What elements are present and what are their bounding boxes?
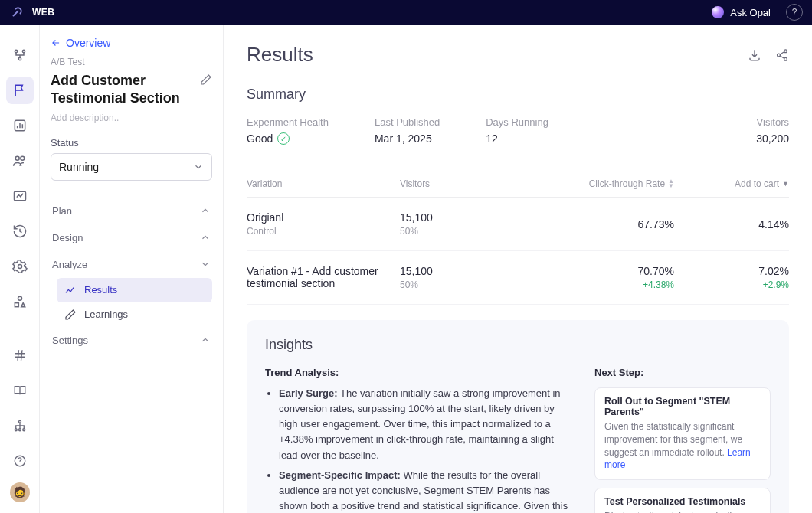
share-button[interactable]: [775, 48, 789, 62]
row-atc: 7.02%: [758, 265, 789, 277]
sidebar: Overview A/B Test Add Customer Testimoni…: [40, 25, 224, 513]
health-value: Good: [247, 132, 273, 145]
check-icon: ✓: [277, 132, 290, 145]
user-avatar[interactable]: 🧔: [10, 482, 30, 502]
results-icon: [64, 284, 77, 296]
section-settings[interactable]: Settings: [51, 327, 212, 354]
chevron-up-icon: [200, 205, 211, 216]
published-label: Last Published: [375, 116, 440, 128]
th-ctr[interactable]: Click-through Rate ▲▼: [522, 178, 697, 189]
table-row: Origianl Control 15,100 50% 67.73% 4.14%: [247, 198, 789, 251]
days-value: 12: [486, 132, 548, 145]
published-value: Mar 1, 2025: [375, 132, 440, 145]
rail-chart-icon[interactable]: [6, 112, 34, 139]
subnav-learnings[interactable]: Learnings: [57, 302, 212, 327]
section-plan[interactable]: Plan: [51, 198, 212, 224]
chevron-up-icon: [200, 232, 211, 243]
row-ctr: 70.70%: [638, 265, 674, 277]
rail-hash-icon[interactable]: [6, 341, 34, 369]
row-atc-delta: +2.9%: [763, 279, 789, 290]
description-placeholder[interactable]: Add description..: [51, 113, 212, 123]
section-design[interactable]: Design: [51, 224, 212, 251]
topbar-title: WEB: [32, 7, 55, 18]
trend-heading: Trend Analysis:: [265, 367, 571, 378]
next-step-heading: Next Step:: [594, 367, 771, 378]
results-table: Variation Visitors Click-through Rate ▲▼…: [247, 171, 789, 305]
visitors-label: Visitors: [756, 116, 789, 128]
row-visitors: 15,100: [400, 265, 522, 277]
svg-point-12: [18, 429, 21, 431]
insight-bullet: Segment-Specific Impact: While the resul…: [279, 468, 571, 513]
experiment-title: Add Customer Testimonial Section: [51, 72, 194, 108]
row-ctr-delta: +4.38%: [643, 279, 674, 290]
nav-rail: 🧔: [0, 25, 40, 513]
svg-point-4: [15, 156, 19, 160]
rail-shapes-icon[interactable]: [6, 288, 34, 315]
variation-sub: Control: [247, 226, 400, 237]
ask-opal-button[interactable]: Ask Opal: [712, 6, 771, 18]
status-value: Running: [59, 161, 99, 173]
health-label: Experiment Health: [247, 116, 329, 128]
th-variation: Variation: [247, 178, 400, 189]
table-row: Variation #1 - Add customer testimonial …: [247, 251, 789, 305]
summary-heading: Summary: [247, 87, 789, 103]
insight-bullet: Early Surge: The variation initially saw…: [279, 386, 571, 463]
main-content: Results Summary Experiment Health Good ✓: [224, 25, 812, 513]
insights-title: Insights: [265, 337, 771, 353]
row-split: 50%: [400, 279, 522, 290]
subnav-results[interactable]: Results: [57, 278, 212, 302]
variation-name: Variation #1 - Add customer testimonial …: [247, 265, 385, 289]
summary-row: Experiment Health Good ✓ Last Published …: [247, 116, 789, 145]
topbar: WEB Ask Opal ?: [0, 0, 812, 25]
status-select[interactable]: Running: [51, 153, 212, 181]
dropdown-icon: ▼: [782, 180, 789, 188]
row-atc: 4.14%: [758, 218, 789, 230]
svg-point-7: [18, 265, 21, 269]
visitors-value: 30,200: [756, 132, 789, 145]
svg-point-13: [22, 429, 25, 431]
help-button[interactable]: ?: [786, 4, 803, 21]
rail-monitor-icon[interactable]: [6, 182, 34, 210]
next-step-card[interactable]: Test Personalized Testimonials Display t…: [594, 488, 771, 513]
svg-point-0: [15, 50, 17, 52]
svg-point-1: [22, 50, 25, 52]
rail-flag-icon[interactable]: [6, 77, 34, 104]
rail-history-icon[interactable]: [6, 217, 34, 245]
chevron-up-icon: [200, 335, 211, 345]
chevron-down-icon: [193, 162, 204, 172]
overview-back-link[interactable]: Overview: [51, 37, 212, 49]
overview-link-label: Overview: [66, 37, 110, 49]
svg-point-11: [15, 429, 17, 431]
svg-point-10: [18, 420, 21, 423]
rail-users-icon[interactable]: [6, 147, 34, 175]
days-label: Days Running: [486, 116, 548, 128]
breadcrumb: A/B Test: [51, 57, 212, 67]
svg-rect-9: [15, 303, 18, 307]
opal-icon: [712, 6, 724, 18]
rail-help-icon[interactable]: [6, 447, 34, 475]
row-visitors: 15,100: [400, 211, 522, 224]
learnings-icon: [64, 309, 77, 321]
svg-point-8: [18, 296, 21, 300]
row-ctr: 67.73%: [638, 218, 674, 230]
row-split: 50%: [400, 226, 522, 237]
next-step-card[interactable]: Roll Out to Segment "STEM Parents" Given…: [594, 387, 771, 480]
rail-settings-icon[interactable]: [6, 253, 34, 280]
sort-icon: ▲▼: [668, 179, 674, 188]
section-analyze[interactable]: Analyze: [51, 251, 212, 278]
svg-point-2: [18, 57, 21, 60]
download-button[interactable]: [748, 48, 761, 62]
svg-point-5: [20, 156, 24, 160]
variation-name: Origianl: [247, 211, 400, 224]
rail-tree-icon[interactable]: [6, 412, 34, 439]
insights-panel: Insights Trend Analysis: Early Surge: Th…: [247, 320, 789, 513]
page-title: Results: [247, 43, 313, 67]
rail-flow-icon[interactable]: [6, 41, 34, 69]
edit-title-button[interactable]: [200, 74, 212, 86]
chevron-down-icon: [200, 259, 211, 270]
ask-opal-label: Ask Opal: [730, 7, 771, 18]
rail-book-icon[interactable]: [6, 377, 34, 404]
th-visitors: Visitors: [400, 178, 522, 189]
status-label: Status: [51, 137, 212, 149]
th-atc[interactable]: Add to cart ▼: [697, 178, 789, 189]
